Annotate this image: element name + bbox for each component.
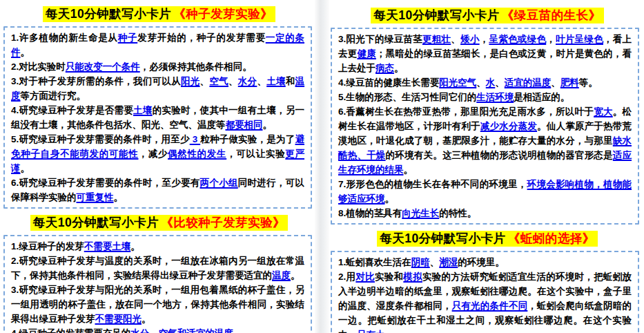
answer-blank: 土壤 xyxy=(266,76,286,86)
card-item: 1.蚯蚓喜欢生活在阴暗、潮湿的环境里。 xyxy=(338,255,632,269)
text-run: 4.绿豆种子的发芽需要充足的 xyxy=(11,328,130,333)
text-run: 6.研究绿豆种子发芽需要的条件时，至少要有 xyxy=(11,178,200,188)
answer-blank: 水分 xyxy=(238,76,257,86)
text-run: 3.对于种子发芽所需的条件，我们可以从 xyxy=(11,76,181,86)
answer-blank: 减少水分蒸发 xyxy=(480,121,537,131)
answer-blank: 都要相同 xyxy=(226,120,263,130)
text-run: 1.许多植物的新生命是从 xyxy=(11,32,118,43)
card-item: 4.绿豆种子的发芽需要充足的水分、空气和适宜的温度。 xyxy=(11,326,304,333)
answer-blank: 种子 xyxy=(118,32,138,43)
title-book-name: 《比较种子发芽实验》 xyxy=(161,216,285,229)
card-item: 2.对比实验时只能改变一个条件，必须保持其他条件相同。 xyxy=(11,59,304,74)
answer-blank: 模拟 xyxy=(403,272,422,282)
text-run: 5.研究绿豆种子发芽需要的条件时，用至少 xyxy=(11,134,190,144)
card-item: 5.生物的形态、生活习性同它们的生活环境是相适应的。 xyxy=(338,90,632,104)
text-run: 、 xyxy=(451,34,460,44)
answer-blank: 适宜的温度 xyxy=(505,77,552,88)
answer-blank: 阳光 xyxy=(181,76,200,86)
text-run: 、 xyxy=(228,76,238,86)
answer-blank: 只能改变一个条件 xyxy=(66,61,140,72)
title-highlight: 每天10分钟默写小卡片《种子发芽实验》 xyxy=(43,6,275,22)
text-run: 实验和 xyxy=(375,272,403,282)
card-item: 3.阳光下的绿豆苗茎更粗壮、矮小，呈紫色或绿色，叶片呈绿色，看上去更健康；黑暗处… xyxy=(338,32,632,75)
card-item: 6.研究绿豆种子发芽需要的条件时，至少要有两个小组同时进行，可以保障科学实验的可… xyxy=(11,175,304,204)
text-run: 的环境有关。这三种植物的形态说明植物的器官形态是 xyxy=(386,150,613,160)
answer-blank: 只有光的条件不同 xyxy=(452,301,528,311)
text-run: 2.用 xyxy=(338,272,355,282)
card-title: 每天10分钟默写小卡片《种子发芽实验》 xyxy=(3,6,315,22)
text-run: 。 xyxy=(114,192,124,202)
text-run: ，减少 xyxy=(138,149,168,159)
card-item: 5.研究绿豆种子发芽需要的条件时，用至少 3 粒种子做实验，是为了避免种子自身不… xyxy=(11,132,304,175)
answer-blank: 偶然性的发生 xyxy=(168,149,226,159)
text-run: 等。 xyxy=(579,77,598,88)
answer-blank: 病态 xyxy=(375,63,394,73)
document-page: 每天10分钟默写小卡片《种子发芽实验》1.许多植物的新生命是从种子发芽开始的，种… xyxy=(0,0,644,333)
card-item: 8.植物的茎具有向光生长的特性。 xyxy=(338,206,632,220)
text-run: 6.香薰树生长在热带亚热带，那里阳光充足雨水多，所以叶于 xyxy=(338,106,594,117)
card-item: 2.用对比实验和模拟实验的方法研究蚯蚓适宜生活的环境时，把蚯蚓放入半边明半边暗的… xyxy=(338,269,632,333)
answer-blank: 水 xyxy=(486,77,496,88)
text-run: 、 xyxy=(476,77,486,88)
text-run: 、 xyxy=(495,77,505,88)
answer-blank: 肥料 xyxy=(560,77,579,88)
text-run: 8.植物的茎具有 xyxy=(338,208,402,218)
title-highlight: 每天10分钟默写小卡片《蚯蚓的选择》 xyxy=(377,231,597,247)
title-prefix: 每天10分钟默写小卡片 xyxy=(380,231,505,245)
card-item: 7.形形色色的植物生长在各种不同的环境里，环境会影响植物，植物能够适应环境。 xyxy=(338,177,632,206)
answer-blank: 宽大 xyxy=(594,106,613,117)
column-right: 每天10分钟默写小卡片《绿豆苗的生长》3.阳光下的绿豆苗茎更粗壮、矮小，呈紫色或… xyxy=(329,0,644,333)
answer-blank: 两个小组 xyxy=(200,178,238,188)
text-run: 。 xyxy=(394,63,404,73)
text-run: 的特性。 xyxy=(439,208,476,218)
text-run: 。 xyxy=(21,163,30,173)
text-run: ，可以让实验 xyxy=(226,149,285,159)
column-left: 每天10分钟默写小卡片《种子发芽实验》1.许多植物的新生命是从种子发芽开始的，种… xyxy=(0,0,315,333)
card-body: 1.蚯蚓喜欢生活在阴暗、潮湿的环境里。2.用对比实验和模拟实验的方法研究蚯蚓适宜… xyxy=(331,251,639,333)
text-run: 。 xyxy=(385,193,395,204)
text-run: 4.绿豆苗的健康生长需要 xyxy=(338,77,439,88)
title-book-name: 《蚯蚓的选择》 xyxy=(508,231,595,245)
answer-blank: 3 xyxy=(190,134,200,144)
text-run: 。 xyxy=(21,47,30,57)
text-run: 。 xyxy=(233,328,243,333)
answer-blank: 矮小 xyxy=(460,34,480,44)
text-run: ， xyxy=(480,34,489,44)
text-run: 和 xyxy=(286,76,295,86)
answer-blank: 更粗壮 xyxy=(422,34,451,44)
text-run: 。 xyxy=(142,314,151,324)
text-run: 7.形形色色的植物生长在各种不同的环境里， xyxy=(338,179,527,189)
card-item: 1.许多植物的新生命是从种子发芽开始的，种子的发芽需要一定的条件。 xyxy=(11,30,304,59)
answer-blank: 只有土 xyxy=(357,330,385,333)
answer-blank: 对比 xyxy=(355,272,375,282)
text-run: 、 xyxy=(430,257,440,267)
text-run: 、 xyxy=(257,76,266,86)
text-run: 等方面进行究。 xyxy=(21,91,86,101)
card-item: 4.研究绿豆种子发芽是否需要土壤的实验时，使其中一组有土壤，另一组没有土壤，其他… xyxy=(11,103,304,132)
title-prefix: 每天10分钟默写小卡片 xyxy=(46,7,171,21)
title-highlight: 每天10分钟默写小卡片《绿豆苗的生长》 xyxy=(371,8,603,23)
text-run: 2.对比实验时 xyxy=(11,61,66,72)
answer-blank: 水分、空气和适宜的温度 xyxy=(130,328,233,333)
text-run: 。 xyxy=(263,120,273,130)
text-run: 的环境里。 xyxy=(458,257,505,267)
card-item: 3.对于种子发芽所需的条件，我们可以从阳光、空气、水分、土壤和温度等方面进行究。 xyxy=(11,74,304,103)
text-run: 3.阳光下的绿豆苗茎 xyxy=(338,34,422,44)
answer-blank: 可重复性 xyxy=(77,192,114,202)
text-run: 1.绿豆种子的发芽 xyxy=(11,241,84,251)
card-item: 4.绿豆苗的健康生长需要阳光空气、水、适宜的温度、肥料等。 xyxy=(338,75,632,90)
card-item: 1.绿豆种子的发芽不需要土壤。 xyxy=(11,239,304,254)
title-prefix: 每天10分钟默写小卡片 xyxy=(33,216,159,229)
card-item: 2.研究绿豆种子发芽与温度的关系时，一组放在冰箱内另一组放在常温下，保持其他条件… xyxy=(11,254,304,283)
text-run: 1.蚯蚓喜欢生活在 xyxy=(338,257,411,267)
page-gap xyxy=(315,0,329,333)
text-run: 5.生物的形态、生活习性同它们的 xyxy=(338,92,476,102)
answer-blank: 温度 xyxy=(272,270,291,280)
answer-blank: 土壤 xyxy=(133,105,153,115)
text-run: 2.研究绿豆种子发芽与温度的关系时，一组放在冰箱内另一组放在常温下，保持其他条件… xyxy=(11,256,304,280)
title-book-name: 《种子发芽实验》 xyxy=(173,7,273,21)
answer-blank: 空气 xyxy=(209,76,228,86)
card-item: 3.研究绿豆种子发芽与阳光的关系时，一组用包着黑纸的杯子盖住，另一组用透明的杯子… xyxy=(11,283,304,326)
text-run: 。 xyxy=(404,164,413,175)
text-run: 4.研究绿豆种子发芽是否需要 xyxy=(11,105,133,115)
